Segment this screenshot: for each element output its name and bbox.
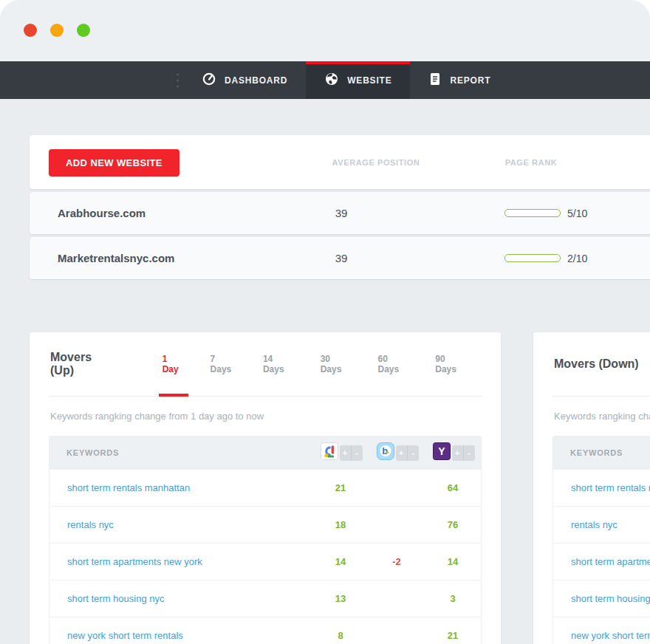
- google-rank-change: 14: [312, 556, 369, 567]
- period-tab[interactable]: 1 Day: [150, 332, 198, 396]
- keyword-row: short term apartments new york 14 -2 14: [49, 544, 481, 580]
- nav-item-label: DASHBOARD: [225, 75, 287, 86]
- movers-down-subtitle: Keywords rangking change from 1 day ago …: [554, 397, 650, 436]
- movers-down-table-body: short term rentals manhattan rentals nyc…: [552, 470, 650, 644]
- keywords-column-header: KEYWORDS: [552, 448, 650, 457]
- keyword-link[interactable]: short term rentals manhattan: [553, 482, 650, 493]
- bing-plus-button[interactable]: +: [396, 445, 407, 461]
- gauge-icon: [202, 72, 216, 89]
- yahoo-rank-change: 76: [425, 519, 481, 530]
- yahoo-rank-change: 21: [425, 630, 481, 641]
- globe-icon: [324, 72, 339, 89]
- websites-panel-header: ADD NEW WEBSITE AVERAGE POSITION PAGE RA…: [30, 135, 650, 189]
- keyword-link[interactable]: short term housing nyc: [49, 593, 312, 604]
- keyword-link[interactable]: short term housing nyc: [553, 593, 650, 604]
- nav-item-website[interactable]: WEBSITE: [306, 61, 410, 99]
- average-position-value: 39: [304, 237, 378, 279]
- nav-divider-dots: [177, 73, 179, 87]
- keyword-link[interactable]: short term rentals manhattan: [49, 482, 312, 493]
- svg-text:b: b: [382, 445, 388, 456]
- bing-minus-button[interactable]: -: [407, 445, 419, 461]
- movers-up-table-header: KEYWORDS + -: [49, 436, 482, 470]
- document-icon: [428, 72, 442, 89]
- websites-list: Arabhourse.com 39 5/10 Marketrentalsnyc.…: [30, 192, 650, 282]
- yahoo-column-adjust: + -: [452, 445, 475, 461]
- movers-down-table: KEYWORDS short term rentals manhattan re…: [552, 436, 650, 644]
- keyword-link[interactable]: rentals nyc: [553, 519, 650, 530]
- page-rank-value: 2/10: [567, 237, 587, 279]
- keyword-row: rentals nyc 18 76: [49, 507, 481, 544]
- keyword-link[interactable]: short term apartments new york: [49, 556, 312, 567]
- google-column-adjust: + -: [340, 445, 363, 461]
- bing-column-adjust: + -: [396, 445, 419, 461]
- movers-up-table: KEYWORDS + -: [49, 436, 482, 644]
- period-tab[interactable]: 14 Days: [250, 332, 308, 396]
- website-name: Arabhourse.com: [58, 192, 146, 234]
- period-tab[interactable]: 7 Days: [198, 332, 250, 396]
- keyword-link[interactable]: new york short term rentals: [49, 630, 312, 641]
- website-row[interactable]: Marketrentalsnyc.com 39 2/10: [30, 237, 650, 279]
- google-rank-change: 21: [312, 482, 369, 493]
- column-header-page-rank: PAGE RANK: [457, 135, 605, 189]
- yahoo-minus-button[interactable]: -: [463, 445, 475, 461]
- bing-rank-change: -2: [369, 556, 425, 567]
- nav-item-report[interactable]: REPORT: [410, 61, 509, 99]
- column-header-average-position: AVERAGE POSITION: [302, 135, 450, 189]
- keyword-row: short term housing nyc: [553, 580, 650, 617]
- nav-items: DASHBOARD WEBSITE: [183, 61, 509, 99]
- google-minus-button[interactable]: -: [351, 445, 363, 461]
- keyword-link[interactable]: short term apartments new york: [553, 556, 650, 567]
- yahoo-icon: Y: [433, 442, 451, 463]
- yahoo-column-header: Y + -: [425, 442, 482, 463]
- svg-text:Y: Y: [438, 445, 445, 457]
- average-position-value: 39: [304, 192, 378, 234]
- yahoo-plus-button[interactable]: +: [452, 445, 463, 461]
- zoom-window-button[interactable]: [77, 24, 90, 37]
- yahoo-rank-change: 3: [425, 593, 481, 604]
- keyword-row: new york short term rentals 8 21: [49, 617, 481, 644]
- google-icon: [321, 442, 338, 463]
- google-rank-change: 8: [312, 630, 369, 641]
- period-tab[interactable]: 60 Days: [365, 332, 422, 396]
- keyword-link[interactable]: rentals nyc: [49, 519, 312, 530]
- google-plus-button[interactable]: +: [340, 445, 351, 461]
- movers-down-table-header: KEYWORDS: [552, 436, 650, 470]
- website-row[interactable]: Arabhourse.com 39 5/10: [30, 192, 650, 234]
- keyword-link[interactable]: new york short term rentals: [553, 630, 650, 641]
- movers-down-card: Movers (Down) Keywords rangking change f…: [533, 332, 650, 644]
- google-rank-change: 13: [312, 593, 369, 604]
- period-tab[interactable]: 30 Days: [308, 332, 366, 396]
- movers-up-header: Movers (Up) 1 Day 7 Days 14 Days 30 Days…: [49, 332, 482, 397]
- browser-chrome: [0, 0, 650, 61]
- google-column-header: + -: [313, 442, 369, 463]
- keyword-row: short term rentals manhattan: [553, 470, 650, 507]
- keyword-row: rentals nyc: [553, 507, 650, 544]
- keyword-row: short term apartments new york: [553, 544, 650, 580]
- bing-column-header: b + -: [369, 442, 425, 463]
- period-tab[interactable]: 90 Days: [422, 332, 480, 396]
- minimize-window-button[interactable]: [50, 24, 64, 37]
- movers-up-subtitle: Keywords rangking change from 1 day ago …: [50, 397, 480, 436]
- keyword-row: new york short term rentals: [553, 617, 650, 644]
- website-name: Marketrentalsnyc.com: [58, 237, 174, 279]
- page-rank-value: 5/10: [567, 192, 587, 234]
- close-window-button[interactable]: [24, 24, 37, 37]
- page-rank-bar: [504, 254, 561, 262]
- top-navbar: DASHBOARD WEBSITE: [0, 61, 650, 99]
- yahoo-rank-change: 64: [425, 482, 481, 493]
- keyword-row: short term rentals manhattan 21 64: [49, 470, 481, 507]
- add-new-website-button[interactable]: ADD NEW WEBSITE: [49, 149, 179, 177]
- keyword-row: short term housing nyc 13 3: [49, 580, 481, 617]
- nav-item-label: REPORT: [450, 75, 490, 86]
- movers-up-period-tabs: 1 Day 7 Days 14 Days 30 Days 60 Days 90 …: [150, 332, 480, 396]
- window-controls: [24, 24, 90, 37]
- movers-down-title: Movers (Down): [554, 357, 639, 371]
- page-rank-bar: [504, 209, 561, 217]
- bing-icon: b: [377, 442, 394, 463]
- nav-item-label: WEBSITE: [347, 75, 391, 86]
- movers-up-title: Movers (Up): [50, 351, 117, 377]
- movers-up-table-body: short term rentals manhattan 21 64 renta…: [49, 470, 482, 644]
- movers-down-header: Movers (Down): [552, 332, 650, 397]
- google-rank-change: 18: [312, 519, 369, 530]
- nav-item-dashboard[interactable]: DASHBOARD: [183, 61, 306, 99]
